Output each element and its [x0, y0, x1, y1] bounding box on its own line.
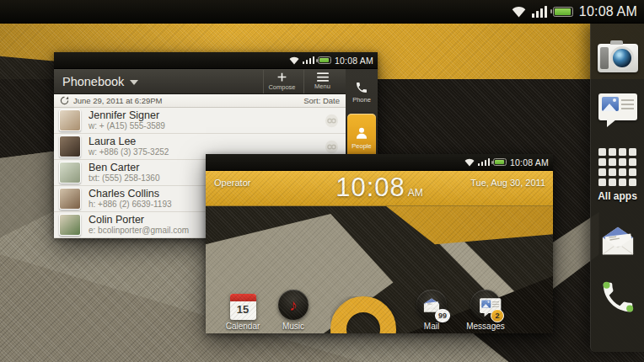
battery-icon	[493, 158, 507, 166]
avatar	[59, 136, 81, 157]
system-clock: 10:08 AM	[579, 4, 637, 19]
plus-icon	[276, 72, 287, 83]
avatar	[59, 214, 81, 236]
contact-row[interactable]: Jennifer Signer w: + (A15) 555-3589	[54, 108, 346, 134]
calendar-icon: 15	[230, 294, 256, 320]
contact-name: Ben Carter	[89, 162, 160, 173]
status-clock: 10:08 AM	[510, 157, 549, 168]
signal-icon	[478, 158, 490, 166]
homescreen-window: 10:08 AM Operator 10:08AM Tue, Aug 30, 2…	[206, 154, 553, 333]
mail-icon: 99	[416, 290, 447, 320]
dock-item-calendar[interactable]: 15 Calendar	[219, 294, 266, 331]
contact-name: Colin Porter	[89, 214, 189, 226]
phonebook-header: Phonebook Compose Menu	[54, 69, 346, 94]
clock-time: 10:08	[335, 173, 405, 202]
dock-label: Mail	[424, 322, 439, 331]
dock-item-messages[interactable]: 2 Messages	[462, 290, 509, 331]
person-icon	[354, 125, 369, 141]
signal-icon	[303, 56, 314, 64]
link-icon[interactable]	[325, 140, 339, 154]
battery-icon	[553, 7, 573, 17]
messages-icon	[598, 93, 637, 120]
mail-shortcut[interactable]	[598, 223, 637, 257]
homescreen-status-bar: 10:08 AM	[206, 154, 553, 171]
contact-detail: e: bcolinporter@gmail.com	[89, 226, 189, 236]
phonebook-subheader: June 29, 2011 at 6:29PM Sort: Date	[54, 94, 346, 108]
camera-icon	[598, 44, 638, 72]
phonebook-status-bar: 10:08 AM	[54, 52, 378, 69]
phonebook-title-dropdown[interactable]: Phonebook	[62, 75, 138, 88]
sort-control[interactable]: Sort: Date	[303, 96, 340, 105]
menu-label: Menu	[314, 83, 330, 90]
status-clock: 10:08 AM	[335, 56, 373, 66]
dock-item-music[interactable]: ♪ Music	[270, 290, 317, 331]
avatar	[59, 109, 81, 131]
contact-detail: w: +886 (3) 375-3252	[89, 147, 169, 157]
homescreen-wallpaper: 15 Calendar ♪ Music	[206, 206, 553, 333]
contact-name: Jennifer Signer	[89, 109, 165, 121]
menu-button[interactable]: Menu	[303, 70, 341, 93]
dock-label: Messages	[466, 322, 505, 331]
battery-icon	[318, 56, 331, 64]
music-icon: ♪	[278, 290, 309, 320]
all-apps-label: All apps	[598, 190, 637, 202]
unread-badge: 2	[491, 309, 504, 322]
desktop: 10:08 AM Phonebook Compose	[0, 0, 644, 362]
signal-icon	[532, 6, 547, 18]
mail-icon	[598, 223, 637, 257]
all-apps-grid-icon	[598, 148, 636, 186]
tab-people-label: People	[352, 142, 371, 150]
all-apps-button[interactable]: All apps	[598, 148, 637, 202]
launcher-ring-arc	[330, 296, 396, 333]
phone-shortcut[interactable]	[598, 278, 637, 317]
app-sidebar: All apps	[590, 24, 644, 352]
wifi-icon	[464, 158, 475, 167]
tab-phone-label: Phone	[352, 96, 371, 104]
contact-name: Laura Lee	[89, 136, 169, 147]
camera-shortcut[interactable]	[598, 44, 638, 72]
wifi-icon	[512, 6, 526, 18]
sync-timestamp: June 29, 2011 at 6:29PM	[73, 96, 162, 105]
date-label: Tue, Aug 30, 2011	[470, 178, 545, 188]
compose-button[interactable]: Compose	[263, 70, 300, 93]
avatar	[59, 162, 81, 184]
avatar	[59, 188, 81, 210]
contact-detail: h: +886 (2) 6639-1193	[89, 200, 172, 210]
link-icon[interactable]	[325, 114, 339, 128]
contact-name: Charles Collins	[89, 188, 172, 200]
chevron-down-icon	[130, 80, 138, 85]
messages-icon: 2	[470, 290, 501, 320]
phone-icon	[598, 278, 637, 317]
unread-badge: 99	[435, 309, 450, 322]
contact-detail: txt: (555) 258-1360	[89, 173, 160, 184]
compose-label: Compose	[268, 83, 295, 91]
tab-phone[interactable]: Phone	[347, 73, 376, 110]
clock-banner: Operator 10:08AM Tue, Aug 30, 2011	[206, 171, 553, 206]
contact-detail: w: + (A15) 555-3589	[89, 121, 165, 131]
music-note-glyph: ♪	[289, 297, 298, 313]
calendar-icon-day: 15	[230, 301, 256, 318]
refresh-icon	[60, 96, 69, 105]
dock-item-mail[interactable]: 99 Mail	[408, 290, 455, 331]
system-status-bar: 10:08 AM	[0, 0, 644, 24]
menu-icon	[317, 72, 329, 82]
messages-glyph	[480, 298, 492, 309]
dock-label: Music	[282, 322, 304, 331]
dock-label: Calendar	[226, 322, 260, 331]
page-title: Phonebook	[62, 75, 124, 88]
calendar-icon-header	[230, 294, 256, 301]
wifi-icon	[289, 56, 299, 65]
phone-icon	[355, 81, 368, 94]
clock-ampm: AM	[408, 187, 423, 199]
messages-shortcut[interactable]	[598, 93, 637, 120]
